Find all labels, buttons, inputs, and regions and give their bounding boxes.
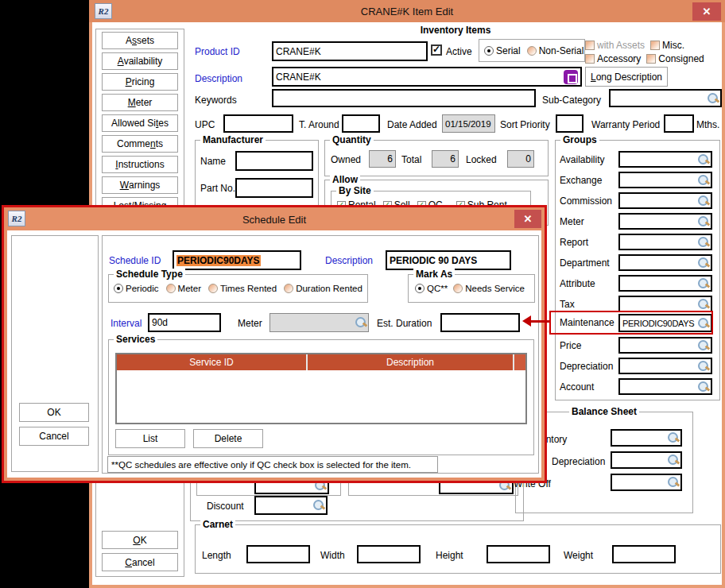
sub-category-field[interactable] — [609, 89, 722, 107]
carnet-legend: Carnet — [200, 519, 235, 530]
warranty-period-field[interactable] — [664, 114, 694, 133]
magnifier-icon[interactable] — [698, 278, 709, 289]
date-added-field: 01/15/2019 — [442, 114, 495, 133]
product-id-field[interactable]: CRANE#K — [272, 41, 428, 61]
non-serial-radio[interactable] — [527, 46, 537, 56]
active-checkbox[interactable] — [431, 44, 442, 56]
sidebar-item-comments[interactable]: Comments — [102, 135, 178, 153]
groups-field-report[interactable] — [618, 234, 712, 250]
weight-field[interactable] — [612, 545, 676, 563]
width-field[interactable] — [357, 545, 421, 563]
with-assets-checkbox[interactable] — [585, 41, 595, 50]
discount-field[interactable] — [254, 496, 328, 515]
dialog-description-value: PERIODIC 90 DAYS — [390, 255, 477, 266]
sort-priority-field[interactable] — [556, 114, 583, 133]
qc-radio[interactable] — [415, 284, 425, 293]
times-rented-radio[interactable] — [208, 284, 218, 293]
sidebar-item-pricing[interactable]: Pricing — [102, 73, 178, 91]
groups-label-meter: Meter — [560, 216, 584, 227]
height-field[interactable] — [487, 545, 550, 563]
duration-rented-radio[interactable] — [284, 284, 293, 293]
magnifier-icon[interactable] — [698, 361, 709, 372]
schedule-type-legend: Schedule Type — [114, 269, 185, 280]
description-column-header[interactable]: Description — [308, 354, 514, 370]
sidebar-item-allowed-sites[interactable]: Allowed Sites — [102, 114, 178, 132]
magnifier-icon[interactable] — [698, 216, 709, 227]
magnifier-icon[interactable] — [313, 500, 324, 511]
groups-field-meter[interactable] — [618, 213, 712, 230]
magnifier-icon[interactable] — [698, 381, 709, 393]
groups-field-tax[interactable] — [618, 296, 712, 312]
accessory-checkbox[interactable] — [585, 54, 595, 64]
cancel-button[interactable]: Cancel — [102, 553, 178, 571]
close-icon[interactable]: ✕ — [692, 2, 721, 21]
periodic-radio[interactable] — [114, 284, 123, 293]
sidebar-item-meter[interactable]: Meter — [102, 94, 178, 111]
spell-check-icon[interactable] — [564, 70, 578, 84]
quantity-legend: Quantity — [330, 134, 374, 145]
upc-field[interactable] — [223, 114, 293, 133]
item-edit-title: CRANE#K Item Edit — [89, 6, 725, 17]
needs-service-radio[interactable] — [453, 284, 463, 293]
groups-field-department[interactable] — [618, 254, 712, 271]
magnifier-icon[interactable] — [668, 477, 679, 488]
magnifier-icon[interactable] — [708, 93, 719, 104]
serial-group: Serial Non-Serial — [479, 39, 585, 62]
groups-field-commission[interactable] — [618, 192, 712, 209]
consigned-checkbox[interactable] — [646, 54, 656, 64]
groups-label-attribute: Attribute — [560, 278, 595, 289]
magnifier-icon[interactable] — [698, 299, 709, 310]
magnifier-icon[interactable] — [668, 432, 679, 443]
magnifier-icon[interactable] — [355, 317, 366, 328]
magnifier-icon[interactable] — [698, 154, 709, 165]
bs-write-off-field[interactable] — [611, 474, 682, 491]
item-edit-titlebar: R2 CRANE#K Item Edit ✕ — [89, 0, 725, 22]
est-duration-field[interactable] — [440, 313, 520, 332]
list-button[interactable]: List — [115, 429, 185, 448]
height-label: Height — [436, 550, 463, 561]
magnifier-icon[interactable] — [698, 237, 709, 248]
serial-radio[interactable] — [484, 46, 494, 56]
groups-field-account[interactable] — [618, 378, 712, 395]
manufacturer-part-field[interactable] — [235, 178, 313, 198]
groups-field-price[interactable] — [618, 337, 712, 354]
groups-field-exchange[interactable] — [618, 172, 712, 188]
length-field[interactable] — [246, 545, 310, 563]
keywords-field[interactable] — [272, 89, 536, 107]
magnifier-icon[interactable] — [668, 455, 679, 466]
delete-button[interactable]: Delete — [193, 429, 263, 448]
services-table[interactable]: Service ID Description — [115, 353, 527, 424]
service-id-column-header[interactable]: Service ID — [117, 354, 308, 370]
bs-inventory-field[interactable] — [611, 429, 682, 447]
description-field[interactable]: CRANE#K — [272, 67, 582, 87]
ok-button[interactable]: OK — [102, 531, 178, 549]
schedule-edit-dialog: R2 Schedule Edit ✕ OK Cancel Schedule ID… — [2, 205, 547, 483]
schedule-edit-title: Schedule Edit — [4, 214, 545, 226]
misc-checkbox[interactable] — [650, 41, 660, 50]
magnifier-icon[interactable] — [698, 175, 709, 186]
manufacturer-name-field[interactable] — [235, 151, 313, 171]
schedule-id-field[interactable]: PERIODIC90DAYS — [173, 250, 301, 270]
sidebar-item-instructions[interactable]: Instructions — [102, 156, 178, 173]
sidebar-item-warnings[interactable]: Warnings — [102, 176, 178, 194]
groups-field-availability[interactable] — [618, 151, 712, 168]
magnifier-icon[interactable] — [698, 257, 709, 269]
close-icon[interactable]: ✕ — [514, 210, 541, 228]
qc-label: QC** — [427, 284, 448, 293]
sidebar-item-availability[interactable]: Availability — [102, 52, 178, 70]
groups-field-depreciation[interactable] — [618, 358, 712, 374]
long-description-button[interactable]: Long Description — [585, 67, 668, 87]
dialog-meter-label: Meter — [238, 318, 262, 329]
interval-field[interactable]: 90d — [148, 313, 221, 332]
t-around-field[interactable] — [342, 114, 380, 133]
meter-type-radio[interactable] — [166, 284, 176, 293]
magnifier-icon[interactable] — [698, 195, 709, 207]
dialog-description-field[interactable]: PERIODIC 90 DAYS — [386, 250, 511, 270]
dialog-ok-button[interactable]: OK — [19, 403, 89, 422]
bs-depreciation-field[interactable] — [611, 451, 682, 469]
magnifier-icon[interactable] — [698, 340, 709, 351]
sidebar-item-assets[interactable]: Assets — [102, 32, 178, 49]
dialog-cancel-button[interactable]: Cancel — [19, 427, 89, 446]
by-site-legend: By Site — [336, 185, 374, 196]
groups-field-attribute[interactable] — [618, 275, 712, 292]
